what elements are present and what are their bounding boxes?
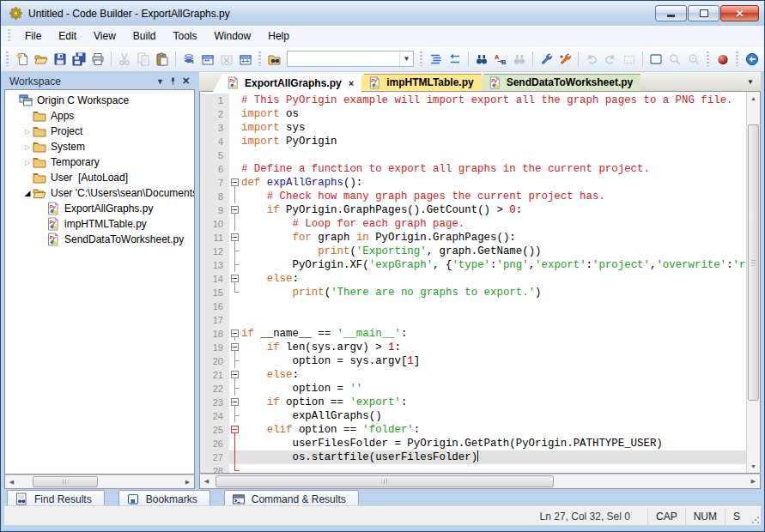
editor-vscroll-thumb[interactable] [748, 124, 759, 401]
expander-expanded-icon[interactable]: ◢ [22, 189, 33, 197]
bottom-tab-find-results[interactable]: Find Results [7, 490, 105, 507]
find-in-files-icon[interactable] [265, 50, 284, 68]
bottom-tab-command-results[interactable]: Command & Results [224, 490, 359, 507]
tab-list-dropdown-icon[interactable]: ▼ [744, 76, 757, 88]
scroll-right-icon[interactable]: ▶ [747, 475, 760, 488]
compile-icon[interactable]: ** [198, 50, 217, 68]
paste-icon[interactable] [153, 50, 172, 68]
panel-close-icon[interactable]: ✕ [179, 76, 192, 88]
scroll-right-icon[interactable]: ▶ [181, 475, 194, 488]
expander-collapsed-icon[interactable]: ▷ [22, 143, 33, 151]
editor-vscrollbar[interactable]: ▲ ▼ [746, 92, 760, 473]
fold-toggle-icon[interactable] [229, 203, 241, 217]
workspace-hscrollbar[interactable]: ◀ ▶ [4, 475, 195, 489]
build-all-icon[interactable]: ++ [236, 50, 255, 68]
menu-item-help[interactable]: Help [259, 27, 298, 45]
save-all-icon[interactable] [70, 50, 88, 68]
code-line[interactable]: 16 [200, 299, 747, 313]
expander-collapsed-icon[interactable]: ▷ [22, 128, 33, 136]
code-line[interactable]: 6# Define a function to export all graph… [200, 162, 747, 176]
tree-item-imphtmltable-py[interactable]: PyimpHTMLTable.py [5, 216, 194, 232]
fold-toggle-icon[interactable] [229, 272, 241, 286]
code-line[interactable]: 8 # Check how many graph pages the curre… [200, 190, 747, 203]
tree-item-user-c-users-sean-documents[interactable]: ◢User 'C:\Users\sean\Documents' [5, 185, 194, 201]
tree-item-senddatatoworksheet-py[interactable]: PySendDataToWorksheet.py [5, 232, 194, 247]
code-line[interactable]: 10 # Loop for each graph page. [200, 217, 747, 231]
menu-item-build[interactable]: Build [124, 27, 165, 45]
code-line[interactable]: 19 if len(sys.argv) > 1: [200, 341, 747, 354]
code-line[interactable]: 13 PyOrigin.XF('expGraph', {'type':'png'… [200, 258, 747, 272]
code-line[interactable]: 7def expAllGraphs(): [200, 176, 747, 190]
tree-item-temporary[interactable]: ▷Temporary [5, 154, 194, 170]
fold-toggle-icon[interactable] [229, 396, 241, 409]
fold-toggle-icon[interactable] [229, 327, 241, 341]
code-line[interactable]: 22 option = '' [200, 382, 747, 396]
resize-grip[interactable] [748, 512, 761, 525]
tree-item-origin-c-workspace[interactable]: Origin C Workspace [5, 93, 194, 108]
code-line[interactable]: 23 if option == 'export': [200, 396, 747, 409]
code-line[interactable]: 27 os.startfile(userFilesFolder) [200, 450, 747, 464]
tab-close-icon[interactable]: × [349, 78, 354, 88]
chevron-down-icon[interactable]: ▼ [399, 51, 413, 66]
code-line[interactable]: 11 for graph in PyOrigin.GraphPages(): [200, 231, 747, 245]
build-icon[interactable] [179, 50, 198, 68]
replace-icon[interactable]: AB [491, 50, 510, 68]
outline-list-icon[interactable] [427, 50, 446, 68]
menu-item-edit[interactable]: Edit [50, 27, 85, 45]
scroll-up-icon[interactable]: ▲ [747, 92, 760, 105]
menu-item-file[interactable]: File [16, 27, 50, 45]
rebuild-wrench-icon[interactable] [556, 50, 574, 68]
code-line[interactable]: 20 option = sys.argv[1] [200, 354, 747, 368]
fold-toggle-icon[interactable] [229, 176, 241, 190]
fold-toggle-icon[interactable] [229, 231, 241, 245]
panel-menu-icon[interactable]: ▼ [154, 76, 167, 88]
code-line[interactable]: 24 expAllGraphs() [200, 409, 747, 423]
code-line[interactable]: 21 else: [200, 368, 747, 382]
menu-item-tools[interactable]: Tools [165, 27, 206, 45]
editor-tab-exportallgraphs-py[interactable]: PyExportAllGraphs.py× [213, 74, 361, 92]
editor-hscrollbar[interactable]: ◀ ▶ [199, 474, 761, 489]
print-icon[interactable] [88, 50, 107, 68]
new-window-icon[interactable] [647, 50, 665, 68]
tree-item-apps[interactable]: Apps [5, 108, 194, 124]
editor-tab-senddatatoworksheet-py[interactable]: PySendDataToWorksheet.py [475, 74, 641, 91]
fold-toggle-icon[interactable] [229, 341, 241, 354]
tree-item-project[interactable]: ▷Project [5, 124, 194, 139]
title-bar[interactable]: Untitled - Code Builder - ExportAllGraph… [1, 1, 764, 26]
code-line[interactable]: 17 [200, 313, 747, 327]
expander-collapsed-icon[interactable]: ▷ [22, 159, 33, 166]
editor-hscroll-thumb[interactable] [216, 475, 554, 487]
minimize-button[interactable] [655, 5, 687, 21]
scroll-left-icon[interactable]: ◀ [200, 475, 213, 488]
unindent-icon[interactable] [446, 50, 464, 68]
code-line[interactable]: 1# This PyOrigin example will import exp… [200, 94, 747, 107]
code-line[interactable]: 14 else: [200, 272, 747, 286]
open-file-icon[interactable] [32, 50, 51, 68]
search-scope-combobox[interactable]: ▼ [287, 51, 414, 67]
menu-item-window[interactable]: Window [206, 27, 260, 45]
pin-icon[interactable] [167, 76, 179, 88]
find-icon[interactable] [472, 50, 491, 68]
code-line[interactable]: 25 elif option == 'folder': [200, 423, 747, 437]
back-icon[interactable] [743, 50, 762, 68]
new-file-icon[interactable] [13, 50, 32, 68]
fold-toggle-icon[interactable] [229, 423, 241, 437]
code-line[interactable]: 2import os [200, 107, 747, 121]
save-file-icon[interactable] [51, 50, 70, 68]
breakpoint-icon[interactable] [713, 50, 732, 68]
scroll-down-icon[interactable]: ▼ [747, 460, 760, 473]
tree-item-user-autoload[interactable]: User [AutoLoad] [5, 170, 194, 185]
close-button[interactable]: ✕ [720, 5, 759, 21]
code-line[interactable]: 9 if PyOrigin.GraphPages().GetCount() > … [200, 203, 747, 217]
build-wrench-icon[interactable] [537, 50, 556, 68]
code-line[interactable]: 12 print('Exporting', graph.GetName()) [200, 245, 747, 258]
restore-button[interactable] [688, 5, 719, 21]
tree-item-exportallgraphs-py[interactable]: PyExportAllGraphs.py [5, 201, 194, 216]
code-line[interactable]: 15 print('There are no graphs to export.… [200, 286, 747, 299]
bottom-tab-bookmarks[interactable]: Bookmarks [118, 490, 210, 507]
code-line[interactable]: 4import PyOrigin [200, 135, 747, 148]
code-line[interactable]: 26 userFilesFolder = PyOrigin.GetPath(Py… [200, 437, 747, 450]
tree-item-system[interactable]: ▷System [5, 139, 194, 154]
code-line[interactable]: 18if __name__ == '__main__': [200, 327, 747, 341]
code-line[interactable]: 3import sys [200, 121, 747, 135]
